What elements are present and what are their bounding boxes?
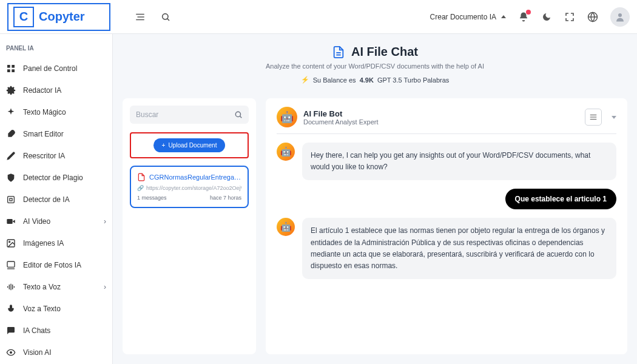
- balance-suffix: GPT 3.5 Turbo Palabras: [377, 76, 449, 84]
- document-url: https://copyter.com/storage/A72oo2OejW.p…: [146, 185, 241, 191]
- sidebar-item-reescritor[interactable]: Reescritor IA: [0, 145, 112, 167]
- link-icon: 🔗: [137, 185, 144, 191]
- balance-amount: 4.9K: [360, 76, 374, 84]
- language-icon[interactable]: [587, 12, 598, 22]
- header-left-icons: [135, 12, 171, 22]
- logo-icon: C: [13, 7, 34, 27]
- menu-toggle-icon[interactable]: [135, 12, 146, 22]
- svg-rect-9: [12, 65, 15, 68]
- chevron-right-icon: ›: [104, 217, 106, 226]
- sidebar-item-label: Detector de Plagio: [23, 174, 83, 182]
- page-title: AI File Chat: [351, 45, 418, 59]
- sidebar-item-label: Texto a Voz: [23, 283, 61, 291]
- svg-rect-15: [7, 219, 12, 224]
- page-header: AI File Chat Analyze the content of your…: [113, 34, 637, 89]
- sidebar-item-redactor[interactable]: Redactor IA: [0, 79, 112, 101]
- upload-highlight: + Upload Document: [130, 132, 249, 158]
- svg-point-29: [235, 112, 240, 116]
- sidebar-item-label: Vision AI: [23, 348, 51, 357]
- sidebar-item-panel-control[interactable]: Panel de Control: [0, 58, 112, 79]
- document-card[interactable]: CGRNormasRegularEntrega.... 🔗 https://co…: [130, 166, 249, 208]
- notifications-icon[interactable]: [518, 12, 529, 22]
- bot-avatar-icon: 🤖: [277, 143, 295, 161]
- sidebar-item-label: Detector de IA: [23, 195, 70, 204]
- shield-icon: [6, 173, 16, 183]
- user-avatar[interactable]: [610, 7, 630, 27]
- gear-icon: [6, 86, 16, 95]
- bot-name: AI File Bot: [303, 109, 379, 118]
- create-doc-label: Crear Documento IA: [430, 13, 496, 21]
- search-box: [130, 106, 249, 124]
- svg-rect-13: [8, 197, 15, 203]
- sidebar-item-ai-video[interactable]: AI Video ›: [0, 211, 112, 232]
- chat-menu-button[interactable]: [585, 109, 602, 126]
- chat-icon: [6, 326, 16, 335]
- sidebar-item-label: AI Video: [23, 217, 50, 226]
- document-panel: + Upload Document CGRNormasRegularEntreg…: [123, 98, 256, 354]
- upload-document-button[interactable]: + Upload Document: [153, 138, 226, 152]
- svg-line-4: [167, 18, 169, 20]
- sidebar-item-texto-voz[interactable]: Texto a Voz ›: [0, 276, 112, 298]
- sparkle-icon: [6, 107, 16, 117]
- search-input[interactable]: [136, 110, 234, 119]
- svg-point-18: [9, 241, 10, 243]
- pen-icon: [6, 151, 16, 161]
- search-icon[interactable]: [234, 110, 243, 119]
- svg-marker-16: [13, 220, 15, 223]
- svg-point-7: [618, 13, 622, 17]
- sidebar-item-detector-ia[interactable]: Detector de IA: [0, 189, 112, 211]
- mic-icon: [6, 304, 16, 314]
- svg-point-3: [163, 13, 168, 19]
- sidebar-item-label: Editor de Fotos IA: [23, 261, 81, 269]
- svg-rect-10: [12, 69, 15, 72]
- sidebar-item-ia-chats[interactable]: IA Chats: [0, 320, 112, 342]
- sidebar-item-smart-editor[interactable]: Smart Editor: [0, 123, 112, 145]
- sidebar-item-voz-texto[interactable]: Voz a Texto: [0, 298, 112, 320]
- sound-icon: [6, 282, 16, 292]
- bot-message-row: 🤖 El artículo 1 establece que las normas…: [277, 218, 616, 279]
- sidebar-item-vision-ai[interactable]: Vision AI: [0, 342, 112, 363]
- sidebar-item-imagenes[interactable]: Imágenes IA: [0, 232, 112, 254]
- sidebar-item-label: Smart Editor: [23, 130, 64, 138]
- sidebar-item-label: Texto Mágico: [23, 108, 66, 116]
- bot-message-row: 🤖 Hey there, I can help you get any insi…: [277, 143, 616, 180]
- image-icon: [6, 238, 16, 248]
- document-time: hace 7 horas: [210, 195, 241, 201]
- fullscreen-icon[interactable]: [564, 12, 575, 22]
- sidebar-item-label: Voz a Texto: [23, 305, 61, 313]
- sidebar-item-label: Imágenes IA: [23, 239, 64, 248]
- sidebar-item-label: Reescritor IA: [23, 152, 65, 160]
- bot-role: Document Analyst Expert: [303, 118, 379, 126]
- document-title: CGRNormasRegularEntrega....: [149, 174, 241, 181]
- plus-icon: +: [162, 142, 166, 149]
- file-icon: [332, 46, 345, 59]
- chevron-down-icon[interactable]: [612, 116, 616, 119]
- photo-edit-icon: [6, 260, 16, 270]
- chat-header: 🤖 AI File Bot Document Analyst Expert: [277, 107, 616, 134]
- user-message-row: Que establece el articulo 1: [277, 189, 616, 209]
- logo[interactable]: C Copyter: [7, 3, 110, 31]
- page-subtitle: Analyze the content of your Word/PDF/CSV…: [113, 62, 637, 70]
- sidebar-item-plagio[interactable]: Detector de Plagio: [0, 167, 112, 189]
- chevron-right-icon: ›: [104, 283, 106, 291]
- svg-rect-11: [7, 69, 10, 72]
- svg-rect-19: [7, 261, 15, 267]
- sidebar-item-editor-fotos[interactable]: Editor de Fotos IA: [0, 254, 112, 276]
- create-document-dropdown[interactable]: Crear Documento IA: [430, 13, 506, 21]
- dashboard-icon: [6, 64, 16, 73]
- app-header: C Copyter Crear Documento IA: [0, 0, 637, 34]
- eye-icon: [6, 348, 16, 357]
- logo-text: Copyter: [39, 10, 85, 24]
- bot-avatar-icon: 🤖: [277, 218, 295, 236]
- sidebar-item-texto-magico[interactable]: Texto Mágico: [0, 101, 112, 123]
- sidebar-section-title: PANEL IA: [0, 45, 112, 58]
- dark-mode-icon[interactable]: [541, 12, 552, 22]
- bot-message-bubble: El artículo 1 establece que las normas t…: [302, 218, 616, 279]
- notification-dot: [526, 10, 531, 15]
- video-icon: [6, 217, 16, 226]
- bolt-icon: ⚡: [301, 76, 309, 84]
- search-icon[interactable]: [160, 12, 171, 22]
- svg-rect-8: [7, 65, 10, 68]
- bot-message-bubble: Hey there, I can help you get any insigh…: [302, 143, 616, 180]
- document-messages-count: 1 messages: [137, 195, 167, 201]
